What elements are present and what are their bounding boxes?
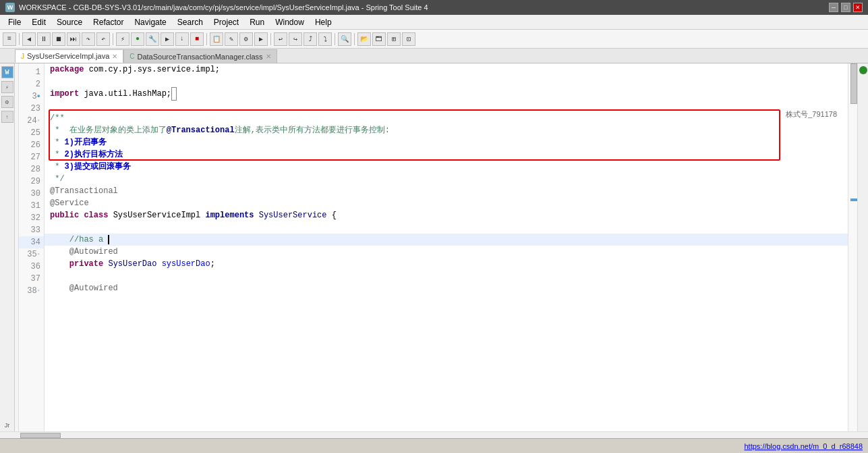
menu-edit[interactable]: Edit <box>26 16 51 28</box>
app-icon: W <box>5 3 15 12</box>
toolbar-sep-4 <box>270 33 271 45</box>
toolbar-btn-4[interactable]: ⏹ <box>52 32 65 46</box>
sidebar-icon-3[interactable]: ⚙ <box>1 96 13 108</box>
tab-close-sysuser[interactable]: ✕ <box>112 53 117 60</box>
tab-label-sysuser: SysUserServiceImpl.java <box>27 52 109 60</box>
tab-label-datasource: DataSourceTransactionManager.class <box>138 53 263 61</box>
linenum-28: 28 <box>19 163 44 176</box>
code-line-28: * 3)提交或回滚事务 <box>45 161 848 173</box>
tab-datasource[interactable]: C DataSourceTransactionManager.class ✕ <box>123 49 277 63</box>
tab-close-datasource[interactable]: ✕ <box>266 53 271 60</box>
linenum-36: 36 <box>19 261 44 273</box>
toolbar-sep-2 <box>113 33 113 45</box>
linenum-38: 38◦ <box>19 285 44 297</box>
code-line-1: package com.cy.pj.sys.service.impl; <box>45 63 848 76</box>
code-area[interactable]: package com.cy.pj.sys.service.impl; impo… <box>45 63 848 431</box>
linenum-2: 2 <box>19 78 44 90</box>
linenum-1: 1 <box>19 66 44 78</box>
menu-bar: File Edit Source Refactor Navigate Searc… <box>0 15 868 30</box>
toolbar-btn-9[interactable]: 🔧 <box>146 32 159 46</box>
right-status-gutter <box>857 63 868 431</box>
toolbar-btn-3[interactable]: ⏸ <box>37 32 51 46</box>
toolbar-btn-19[interactable]: ⤵ <box>318 32 332 46</box>
toolbar-btn-5[interactable]: ⏭ <box>67 32 80 46</box>
linenum-25: 25 <box>19 127 44 139</box>
code-line-23 <box>45 100 848 112</box>
toolbar-btn-16[interactable]: ↩ <box>274 32 287 46</box>
code-line-37 <box>45 270 848 282</box>
toolbar-btn-6[interactable]: ↷ <box>82 32 95 46</box>
menu-run[interactable]: Run <box>244 16 270 28</box>
editor-main: W ⚡ ⚙ ↑ Jr 1 2 3● 23 24◦ 25 26 27 28 29 … <box>0 63 868 431</box>
gutter-marker-3 <box>850 198 857 201</box>
toolbar-run-btn[interactable]: ● <box>131 32 144 46</box>
scrollbar-thumb[interactable] <box>850 63 857 104</box>
linenum-33: 33 <box>19 224 44 236</box>
bottom-bar: https://blog.csdn.net/m_0_d_r68848 <box>0 438 868 453</box>
toolbar-btn-12[interactable]: 📋 <box>210 32 223 46</box>
menu-refactor[interactable]: Refactor <box>88 16 129 28</box>
tab-icon-class: C <box>129 53 134 60</box>
menu-help[interactable]: Help <box>310 16 337 28</box>
title-bar: W WORKSPACE - CGB-DB-SYS-V3.01/src/main/… <box>0 0 868 15</box>
minimize-button[interactable]: ─ <box>829 3 838 12</box>
sidebar-icon-2[interactable]: ⚡ <box>1 81 13 93</box>
linenum-34: 34 <box>19 236 44 248</box>
tab-icon-java: J <box>21 53 24 60</box>
code-line-34: //has a <box>45 234 848 246</box>
h-scrollbar-thumb[interactable] <box>20 433 61 438</box>
toolbar-btn-2[interactable]: ◀ <box>22 32 36 46</box>
code-line-31: @Service <box>45 197 848 209</box>
toolbar-btn-24[interactable]: ⊡ <box>402 32 415 46</box>
sidebar-label-jr: Jr <box>5 422 10 429</box>
toolbar-btn-8[interactable]: ⚡ <box>116 32 129 46</box>
linenum-30: 30 <box>19 188 44 200</box>
horizontal-scrollbar[interactable] <box>0 431 868 438</box>
code-line-3: import java.util.HashMap; <box>45 88 848 100</box>
menu-file[interactable]: File <box>3 16 26 28</box>
toolbar: ≡ ◀ ⏸ ⏹ ⏭ ↷ ↶ ⚡ ● 🔧 ▶ ↓ ■ 📋 ✎ ⚙ ▶ ↩ ↪ ⤴ … <box>0 30 868 49</box>
window-controls[interactable]: ─ □ ✕ <box>829 3 863 12</box>
linenum-29: 29 <box>19 176 44 188</box>
toolbar-btn-13[interactable]: ✎ <box>225 32 238 46</box>
menu-navigate[interactable]: Navigate <box>129 16 171 28</box>
toolbar-btn-18[interactable]: ⤴ <box>303 32 317 46</box>
code-line-33 <box>45 221 848 234</box>
code-note: 株式号_791178 <box>786 109 837 119</box>
linenum-3: 3● <box>19 90 44 103</box>
toolbar-btn-23[interactable]: ⊞ <box>387 32 401 46</box>
linenum-26: 26 <box>19 139 44 151</box>
toolbar-btn-17[interactable]: ↪ <box>289 32 302 46</box>
toolbar-stop-btn[interactable]: ■ <box>190 32 204 46</box>
menu-search[interactable]: Search <box>172 16 208 28</box>
toolbar-btn-14[interactable]: ⚙ <box>239 32 253 46</box>
status-dot-green <box>859 66 867 74</box>
menu-window[interactable]: Window <box>270 16 310 28</box>
toolbar-btn-1[interactable]: ≡ <box>3 32 16 46</box>
toolbar-btn-21[interactable]: 📂 <box>357 32 371 46</box>
linenum-32: 32 <box>19 212 44 224</box>
toolbar-btn-15[interactable]: ▶ <box>254 32 268 46</box>
toolbar-btn-11[interactable]: ↓ <box>175 32 189 46</box>
tab-sysuser[interactable]: J SysUserServiceImpl.java ✕ <box>15 49 123 63</box>
code-line-36: private SysUserDao sysUserDao; <box>45 258 848 270</box>
code-line-25: * 在业务层对象的类上添加了@Transactional注解,表示类中所有方法都… <box>45 124 848 136</box>
linenum-27: 27 <box>19 151 44 163</box>
sidebar-left: W ⚡ ⚙ ↑ Jr <box>0 63 15 431</box>
code-line-27: * 2)执行目标方法 <box>45 149 848 161</box>
code-line-30: @Transactional <box>45 185 848 197</box>
toolbar-btn-22[interactable]: 🗔 <box>372 32 386 46</box>
sidebar-icon-1[interactable]: W <box>1 66 13 78</box>
code-line-26: * 1)开启事务 <box>45 136 848 149</box>
toolbar-btn-10[interactable]: ▶ <box>161 32 174 46</box>
linenum-35: 35◦ <box>19 248 44 261</box>
maximize-button[interactable]: □ <box>841 3 850 12</box>
menu-project[interactable]: Project <box>208 16 244 28</box>
toolbar-btn-7[interactable]: ↶ <box>96 32 110 46</box>
toolbar-sep-3 <box>206 33 207 45</box>
menu-source[interactable]: Source <box>51 16 88 28</box>
close-button[interactable]: ✕ <box>853 3 863 12</box>
sidebar-icon-4[interactable]: ↑ <box>1 111 13 123</box>
toolbar-btn-20[interactable]: 🔍 <box>338 32 351 46</box>
toolbar-sep-5 <box>335 33 335 45</box>
